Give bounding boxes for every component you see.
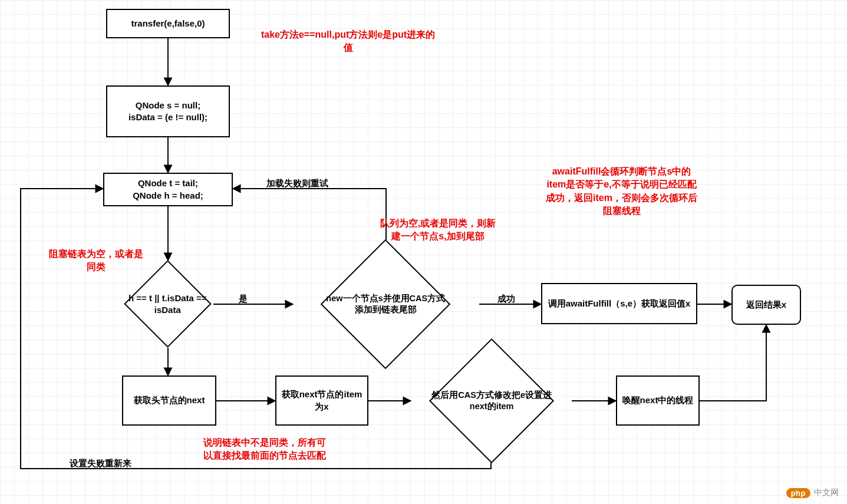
annotation-take-put: take方法e==null,put方法则e是put进来的值 <box>258 28 438 55</box>
watermark-text: 中文网 <box>814 487 839 498</box>
node-awaitfulfill: 调用awaitFulfill（s,e）获取返回值x <box>541 283 697 324</box>
annotation-match-front: 说明链表中不是同类，所有可以直接找最前面的节点去匹配 <box>200 436 329 463</box>
decision-label: h == t || t.isData == isData <box>126 292 209 315</box>
decision-label: 然后用CAS方式修改把e设置进next的item <box>431 390 552 412</box>
annotation-queue-empty: 队列为空,或者是同类，则新建一个节点s,加到尾部 <box>379 217 497 243</box>
node-label: QNode t = tail; QNode h = head; <box>133 177 203 202</box>
edge-label-retry-load: 加载失败则重试 <box>266 178 328 189</box>
edge-label-retry-set: 设置失败重新来 <box>70 458 131 469</box>
node-label: 获取next节点的item为x <box>281 388 362 413</box>
watermark-logo: php <box>786 488 810 498</box>
node-wake-next: 唤醒next中的线程 <box>616 375 700 426</box>
node-qnode-th: QNode t = tail; QNode h = head; <box>103 173 233 206</box>
node-transfer: transfer(e,false,0) <box>106 9 230 38</box>
node-label: 获取头节点的next <box>134 394 205 406</box>
node-label: 唤醒next中的线程 <box>622 394 694 406</box>
node-label: 调用awaitFulfill（s,e）获取返回值x <box>548 298 691 309</box>
node-get-head-next: 获取头节点的next <box>122 375 216 426</box>
node-get-next-item: 获取next节点的item为x <box>275 375 368 426</box>
annotation-awaitfulfill: awaitFulfill会循环判断节点s中的item是否等于e,不等于说明已经匹… <box>543 165 700 218</box>
edge-label-yes: 是 <box>239 294 248 305</box>
node-return-x: 返回结果x <box>731 285 801 325</box>
watermark: php 中文网 <box>786 487 839 498</box>
node-label: transfer(e,false,0) <box>131 18 205 29</box>
node-label: 返回结果x <box>746 299 786 311</box>
edge-label-success: 成功 <box>497 294 515 305</box>
decision-label: new一个节点s并使用CAS方式添加到链表尾部 <box>323 293 449 315</box>
node-qnode-s: QNode s = null; isData = (e != null); <box>106 85 230 137</box>
node-label: QNode s = null; isData = (e != null); <box>128 100 207 124</box>
annotation-empty-or-same: 阻塞链表为空，或者是同类 <box>47 248 144 274</box>
